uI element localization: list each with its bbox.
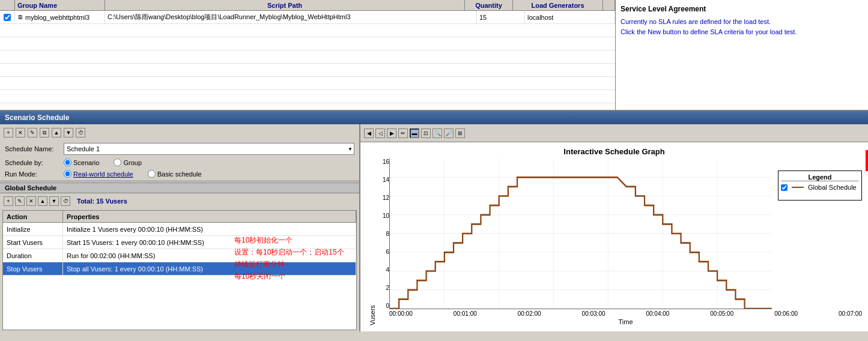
radio-basic[interactable]: Basic schedule (148, 170, 202, 178)
chart-with-yticks: 0 2 4 6 8 10 12 14 16 (376, 158, 772, 309)
run-mode-radios: Real-world schedule Basic schedule (64, 170, 202, 178)
col-header-quantity: Quantity (465, 0, 513, 10)
chart-container: 0 2 4 6 8 10 12 14 16 (376, 158, 862, 325)
sla-panel: Service Level Agreement Currently no SLA… (616, 0, 868, 110)
action-row-initialize[interactable]: Initialize Initialize 1 Vusers every 00:… (3, 223, 356, 236)
gs-delete-button[interactable]: ✕ (26, 196, 36, 206)
table-row (0, 77, 615, 90)
schedule-content: + ✕ ✎ ⧉ ▲ ▼ ⏱ Schedule Name: Schedule 1 … (0, 124, 868, 331)
schedule-name-dropdown-arrow: ▼ (348, 146, 353, 152)
table-row (0, 37, 615, 50)
graph-pencil-btn[interactable]: ✏ (398, 128, 408, 138)
graph-title: Interactive Schedule Graph (360, 142, 868, 158)
chart-and-legend: 0 2 4 6 8 10 12 14 16 (376, 158, 862, 309)
up-button[interactable]: ▲ (52, 128, 61, 137)
down-button[interactable]: ▼ (64, 128, 73, 137)
schedule-name-select[interactable]: Schedule 1 ▼ (64, 143, 354, 155)
table-row (0, 64, 615, 77)
col-header-group-name: Group Name (15, 0, 105, 10)
graph-zoom-fit[interactable]: ⊞ (455, 128, 465, 138)
x-axis-labels: 00:00:00 00:01:00 00:02:00 00:03:00 00:0… (376, 310, 862, 317)
table-header-row: Group Name Script Path Quantity Load Gen… (0, 0, 615, 11)
legend-line (792, 187, 804, 188)
scenario-schedule-section: Scenario Schedule + ✕ ✎ ⧉ ▲ ▼ ⏱ Schedule… (0, 111, 868, 331)
graph-hand-btn[interactable]: ⊡ (421, 128, 431, 138)
properties-cell: Initialize 1 Vusers every 00:00:10 (HH:M… (63, 223, 356, 235)
schedule-toolbar: + ✕ ✎ ⧉ ▲ ▼ ⏱ (0, 124, 359, 141)
col-header-script-path: Script Path (105, 0, 465, 10)
legend-checkbox[interactable] (781, 184, 788, 191)
global-schedule-header: Global Schedule (0, 183, 359, 193)
properties-cell: Start 15 Vusers: 1 every 00:00:10 (HH:MM… (63, 236, 356, 249)
schedule-by-radios: Scenario Group (64, 158, 142, 166)
properties-col-header: Properties (63, 211, 356, 222)
col-header-load-gen: Load Generators (513, 0, 603, 10)
gs-add-button[interactable]: + (4, 196, 13, 206)
table-row (0, 24, 615, 37)
legend-item: Global Schedule (781, 184, 859, 191)
gs-edit-button[interactable]: ✎ (15, 196, 25, 206)
x-axis-title: Time (376, 318, 862, 325)
graph-select-btn[interactable]: ▬ (410, 128, 419, 138)
global-schedule-toolbar: + ✎ ✕ ▲ ▼ ⏱ Total: 15 Vusers (0, 193, 359, 209)
properties-cell: Stop all Vusers: 1 every 00:00:10 (HH:MM… (63, 262, 356, 275)
action-cell: Stop Vusers (3, 262, 63, 275)
y-axis-label: Vusers (366, 158, 376, 325)
sla-text: Currently no SLA rules are defined for t… (621, 17, 863, 37)
col-header-check (0, 0, 15, 10)
run-mode-label: Run Mode: (5, 170, 59, 178)
svg-chart-container (389, 158, 772, 309)
legend-title: Legend (781, 174, 859, 181)
top-section: Group Name Script Path Quantity Load Gen… (0, 0, 868, 111)
graph-zoom-out[interactable]: 🔎 (444, 128, 454, 138)
row-load-gen: localhost (525, 11, 615, 23)
total-vusers: Total: 15 Vusers (77, 198, 127, 205)
action-cell: Initialize (3, 223, 63, 235)
chart-svg (390, 158, 772, 309)
action-row-start[interactable]: Start Vusers Start 15 Vusers: 1 every 00… (3, 236, 356, 249)
table-row (0, 90, 615, 103)
graph-btn-2[interactable]: ◁ (375, 128, 385, 138)
radio-scenario[interactable]: Scenario (64, 158, 99, 166)
gs-clock-button[interactable]: ⏱ (61, 196, 70, 206)
action-cell: Duration (3, 249, 63, 262)
action-table-header: Action Properties (3, 211, 356, 223)
clock-button[interactable]: ⏱ (76, 128, 85, 137)
scripts-table-panel: Group Name Script Path Quantity Load Gen… (0, 0, 616, 110)
add-button[interactable]: + (4, 128, 13, 137)
run-mode-row: Run Mode: Real-world schedule Basic sche… (0, 168, 359, 180)
action-cell: Start Vusers (3, 236, 63, 249)
row-quantity: 15 (477, 11, 525, 23)
row-group-name: 🗎 myblog_webhttphtml3 (15, 11, 105, 23)
gs-up-button[interactable]: ▲ (38, 196, 47, 206)
graph-area: Vusers 0 2 4 6 (360, 158, 868, 331)
col-header-scroll (603, 0, 615, 10)
schedule-right-panel: ◀ ◁ ▶ ✏ ▬ ⊡ 🔍 🔎 ⊞ Interactive Schedule G… (360, 124, 868, 331)
graph-btn-3[interactable]: ▶ (387, 128, 396, 138)
action-table: Action Properties Initialize Initialize … (2, 210, 357, 330)
graph-btn-1[interactable]: ◀ (364, 128, 374, 138)
radio-group[interactable]: Group (114, 158, 142, 166)
radio-real-world[interactable]: Real-world schedule (64, 170, 133, 178)
row-checkbox[interactable] (0, 11, 15, 23)
action-row-stop[interactable]: Stop Vusers Stop all Vusers: 1 every 00:… (3, 262, 356, 276)
action-row-duration[interactable]: Duration Run for 00:02:00 (HH:MM:SS) (3, 249, 356, 262)
schedule-by-label: Schedule by: (5, 159, 59, 166)
sla-title: Service Level Agreement (621, 5, 863, 13)
gs-down-button[interactable]: ▼ (49, 196, 59, 206)
graph-toolbar: ◀ ◁ ▶ ✏ ▬ ⊡ 🔍 🔎 ⊞ (360, 124, 868, 142)
y-tick-labels: 0 2 4 6 8 10 12 14 16 (376, 158, 389, 309)
chart-with-axes: Vusers 0 2 4 6 (366, 158, 862, 325)
legend-box: Legend Global Schedule (778, 170, 862, 201)
copy-button[interactable]: ⧉ (40, 128, 49, 137)
row-check-input[interactable] (4, 14, 11, 21)
table-row (0, 50, 615, 64)
table-row[interactable]: 🗎 myblog_webhttphtml3 C:\Users\陈雨wang\De… (0, 11, 615, 24)
section-header: Scenario Schedule (0, 111, 868, 124)
properties-cell: Run for 00:02:00 (HH:MM:SS) (63, 249, 356, 262)
delete-button[interactable]: ✕ (16, 128, 25, 137)
schedule-name-label: Schedule Name: (5, 145, 59, 152)
graph-zoom-in[interactable]: 🔍 (432, 128, 442, 138)
action-col-header: Action (3, 211, 63, 222)
edit-button[interactable]: ✎ (28, 128, 37, 137)
